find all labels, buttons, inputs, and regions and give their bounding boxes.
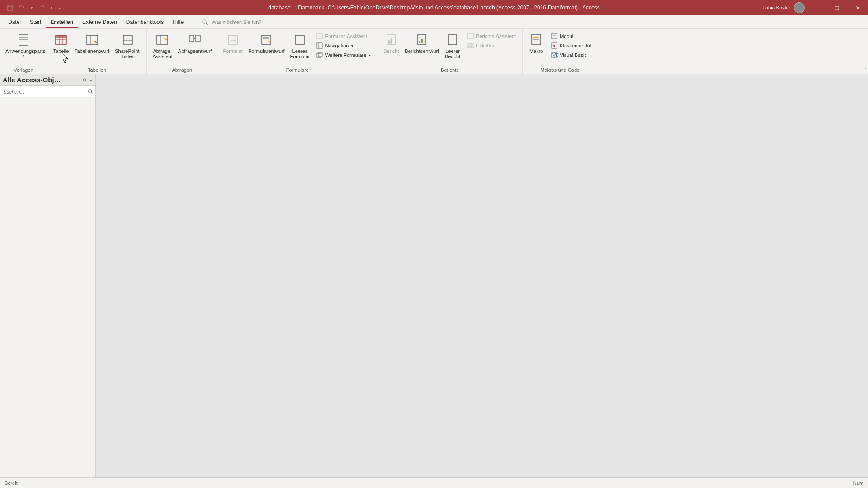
leerer-bericht-button[interactable]: Leerer Bericht <box>442 31 463 59</box>
blank-form-icon <box>292 33 307 47</box>
qat-customize-icon[interactable]: ▾ <box>57 5 62 10</box>
visual-basic-icon: VB <box>551 52 558 59</box>
visual-basic-label: Visual Basic <box>560 52 587 58</box>
tabellenentwurf-button[interactable]: Tabellenentwurf <box>72 31 112 54</box>
tabellenentwurf-label: Tabellenentwurf <box>75 48 109 54</box>
group-label: Berichte <box>441 67 459 74</box>
chevron-down-icon: ▾ <box>351 44 353 48</box>
abfrageentwurf-button[interactable]: Abfrageentwurf <box>175 31 215 54</box>
svg-rect-43 <box>468 43 470 45</box>
user-avatar[interactable] <box>794 2 805 13</box>
anwendungsparts-button[interactable]: Anwendungsparts ▾ <box>3 31 44 58</box>
navpane-header[interactable]: Alle Access-Obj… ⊙ « <box>0 74 95 86</box>
berichte-small-col: Berichts-Assistent Etiketten <box>463 31 519 51</box>
undo-dropdown-icon[interactable]: ▾ <box>29 6 34 10</box>
tab-start[interactable]: Start <box>25 15 46 28</box>
svg-rect-40 <box>421 39 423 43</box>
navigation-button[interactable]: Navigation▾ <box>314 41 373 50</box>
navpane-search[interactable] <box>0 86 95 97</box>
svg-rect-36 <box>388 41 390 43</box>
svg-rect-31 <box>317 43 322 48</box>
tab-externe-daten[interactable]: Externe Daten <box>78 15 122 28</box>
svg-rect-1 <box>9 5 11 7</box>
group-label: Makros und Code <box>540 67 580 74</box>
svg-rect-30 <box>317 33 322 39</box>
anwendungsparts-label: Anwendungsparts <box>5 48 42 54</box>
klassenmodul-button[interactable]: Klassenmodul <box>549 41 593 50</box>
quick-access-toolbar: ▾ ▾ ▾ <box>0 0 62 15</box>
sharepoint-listen-button[interactable]: SharePoint- Listen <box>112 31 144 59</box>
svg-line-3 <box>206 23 208 25</box>
group-vorlagen: Anwendungsparts ▾ Vorlagen <box>0 29 47 74</box>
formularentwurf-button[interactable]: Formularentwurf <box>245 31 287 54</box>
group-label: Abfragen <box>172 67 192 74</box>
bericht-label: Bericht <box>383 48 399 54</box>
window-title: database1 : Datenbank- C:\Users\Fabio\On… <box>268 5 599 11</box>
navigation-pane: Alle Access-Obj… ⊙ « <box>0 74 96 477</box>
navpane-search-input[interactable] <box>0 89 85 94</box>
tab-datenbanktools[interactable]: Datenbanktools <box>122 15 168 28</box>
tab-erstellen[interactable]: Erstellen <box>46 15 78 28</box>
weitere-formulare-button[interactable]: Weitere Formulare▾ <box>314 51 373 60</box>
redo-dropdown-icon[interactable]: ▾ <box>49 6 54 10</box>
tell-me-placeholder: Was möchten Sie tun? <box>212 19 261 25</box>
leeres-formular-button[interactable]: Leeres Formular <box>287 31 312 59</box>
navpane-dropdown-icon[interactable]: ⊙ <box>81 77 88 82</box>
navpane-collapse-icon[interactable]: « <box>88 77 93 83</box>
minimize-button[interactable]: ─ <box>806 0 826 15</box>
group-label: Vorlagen <box>14 67 33 74</box>
status-right: Num <box>853 480 863 486</box>
svg-rect-16 <box>123 35 132 44</box>
svg-rect-41 <box>448 35 457 45</box>
modul-button[interactable]: Modul <box>549 32 593 41</box>
tabelle-button[interactable]: Tabelle <box>50 31 72 54</box>
undo-icon[interactable] <box>17 3 26 12</box>
abfrage-assistent-button[interactable]: Abfrage- Assistent <box>150 31 175 59</box>
leerer-bericht-label: Leerer Bericht <box>445 48 460 59</box>
svg-rect-46 <box>471 46 473 48</box>
maximize-button[interactable]: ▢ <box>826 0 847 15</box>
visual-basic-button[interactable]: VB Visual Basic <box>549 51 593 60</box>
berichtsentwurf-label: Berichtsentwurf <box>405 48 439 54</box>
leeres-formular-label: Leeres Formular <box>290 48 310 59</box>
collapse-ribbon-button[interactable]: ˆ <box>865 68 866 72</box>
table-design-icon <box>85 33 99 47</box>
group-label: Formulare <box>286 67 309 74</box>
report-icon <box>384 33 398 47</box>
workspace <box>96 74 868 477</box>
module-icon <box>551 33 558 40</box>
ribbon: Anwendungsparts ▾ Vorlagen Tabelle Tabel… <box>0 29 868 74</box>
formulare-small-col: Formular-Assistent Navigation▾ Weitere F… <box>312 31 374 61</box>
abfrage-assistent-label: Abfrage- Assistent <box>152 48 173 59</box>
navigation-label: Navigation <box>325 43 349 48</box>
group-berichte: Bericht Berichtsentwurf Leerer Bericht B… <box>377 29 523 74</box>
ribbon-tabs: Datei Start Erstellen Externe Daten Date… <box>0 15 868 29</box>
blank-report-icon <box>445 33 460 47</box>
close-button[interactable]: ✕ <box>847 0 868 15</box>
svg-rect-0 <box>7 5 13 10</box>
klassenmodul-label: Klassenmodul <box>560 43 591 48</box>
redo-icon[interactable] <box>37 3 46 12</box>
navpane-search-button[interactable] <box>85 86 95 97</box>
tabelle-label: Tabelle <box>53 48 69 54</box>
tab-hilfe[interactable]: Hilfe <box>168 15 188 28</box>
modul-label: Modul <box>560 33 573 39</box>
makros-small-col: Modul Klassenmodul VB Visual Basic <box>547 31 594 61</box>
user-account[interactable]: Fabio Basler <box>762 2 805 13</box>
formular-assistent-label: Formular-Assistent <box>325 33 367 39</box>
svg-line-58 <box>91 92 92 94</box>
berichtsentwurf-button[interactable]: Berichtsentwurf <box>402 31 442 54</box>
query-wizard-icon <box>155 33 170 47</box>
svg-point-2 <box>203 20 206 23</box>
window-controls: ─ ▢ ✕ <box>806 0 868 15</box>
formular-label: Formular <box>223 48 243 54</box>
sharepoint-icon <box>121 33 135 47</box>
group-tabellen: Tabelle Tabellenentwurf SharePoint- List… <box>47 29 147 74</box>
group-label: Tabellen <box>88 67 106 74</box>
makro-button[interactable]: Makro <box>525 31 547 54</box>
tab-datei[interactable]: Datei <box>4 15 25 28</box>
tell-me-search[interactable]: Was möchten Sie tun? <box>202 19 261 25</box>
svg-rect-51 <box>552 33 557 39</box>
save-icon[interactable] <box>5 3 14 12</box>
table-icon <box>54 33 68 47</box>
